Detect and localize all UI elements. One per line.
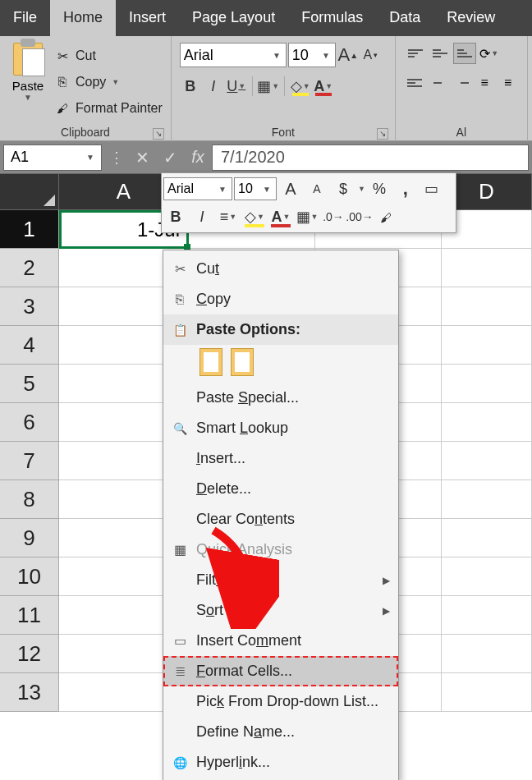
ctx-copy[interactable]: Copy <box>163 284 398 314</box>
chevron-down-icon[interactable]: ▼ <box>303 82 310 90</box>
ctx-clear-contents[interactable]: Clear Contents <box>163 504 398 535</box>
tab-insert[interactable]: Insert <box>116 0 179 36</box>
italic-button[interactable]: I <box>203 76 224 97</box>
shrink-font-button[interactable]: A▼ <box>360 44 382 66</box>
chevron-down-icon[interactable]: ▼ <box>272 82 279 90</box>
mini-merge[interactable]: ▭ <box>420 177 444 200</box>
tab-data[interactable]: Data <box>376 0 433 36</box>
row-header-11[interactable]: 11 <box>0 596 59 635</box>
row-header-4[interactable]: 4 <box>0 326 59 365</box>
decrease-indent-button[interactable]: ≡ <box>474 72 495 94</box>
font-color-button[interactable]: A▼ <box>313 76 334 97</box>
font-size-combo[interactable]: 10▼ <box>288 43 336 67</box>
ctx-pick-list[interactable]: Pick From Drop-down List... <box>163 686 398 717</box>
row-header-10[interactable]: 10 <box>0 557 59 596</box>
chevron-down-icon[interactable]: ▼ <box>217 185 228 194</box>
mini-bold[interactable]: B <box>163 205 188 228</box>
ctx-insert-comment[interactable]: Insert Comment <box>163 626 398 656</box>
mini-align[interactable]: ≡▼ <box>216 205 241 228</box>
row-header-13[interactable]: 13 <box>0 673 59 712</box>
row-header-5[interactable]: 5 <box>0 365 59 403</box>
mini-font-color[interactable]: A▼ <box>268 205 293 228</box>
cell[interactable] <box>442 635 532 673</box>
ctx-smart-lookup[interactable]: Smart Lookup <box>163 413 398 443</box>
chevron-down-icon[interactable]: ▼ <box>325 82 332 90</box>
font-name-combo[interactable]: Arial▼ <box>180 43 287 67</box>
cell[interactable] <box>442 365 532 403</box>
ctx-hyperlink[interactable]: Hyperlink... <box>163 747 398 778</box>
fx-button[interactable]: fx <box>184 148 212 167</box>
cell[interactable] <box>442 403 532 442</box>
mini-decrease-decimal[interactable]: .00→ <box>347 205 372 228</box>
dialog-launcher-icon[interactable]: ↘ <box>377 128 388 140</box>
fill-color-button[interactable]: ◇▼ <box>290 76 311 97</box>
tab-home[interactable]: Home <box>50 0 116 36</box>
ctx-format-cells[interactable]: Format Cells... <box>163 656 398 686</box>
mini-grow-font[interactable]: A <box>278 177 303 200</box>
cell[interactable] <box>442 326 532 365</box>
mini-currency[interactable]: $ <box>331 177 355 200</box>
align-bottom-button[interactable] <box>453 43 476 64</box>
handle-icon[interactable]: ⋮ <box>105 149 128 167</box>
align-middle-button[interactable] <box>429 43 452 64</box>
orientation-button[interactable]: ⟳▼ <box>478 43 501 64</box>
align-top-button[interactable] <box>404 43 427 64</box>
ctx-delete[interactable]: Delete... <box>163 474 398 504</box>
ctx-sort[interactable]: Sort▶ <box>163 595 398 626</box>
enter-formula-button[interactable]: ✓ <box>156 148 184 167</box>
paste-option-1[interactable] <box>200 348 222 376</box>
mini-percent[interactable]: % <box>367 177 392 200</box>
cell[interactable] <box>442 519 532 557</box>
mini-size-combo[interactable]: 10▼ <box>234 177 277 200</box>
chevron-down-icon[interactable]: ▼ <box>86 153 94 162</box>
cell[interactable] <box>442 557 532 596</box>
ctx-insert[interactable]: Insert... <box>163 443 398 474</box>
cell[interactable] <box>442 442 532 480</box>
mini-fill-color[interactable]: ◇▼ <box>242 205 267 228</box>
underline-button[interactable]: U▼ <box>226 76 247 97</box>
tab-page-layout[interactable]: Page Layout <box>179 0 288 36</box>
chevron-down-icon[interactable]: ▼ <box>271 51 282 60</box>
cell[interactable] <box>442 673 532 712</box>
cut-button[interactable]: Cut <box>54 44 163 67</box>
format-painter-button[interactable]: Format Painter <box>54 97 163 120</box>
paste-button[interactable]: Paste ▼ <box>5 39 51 123</box>
row-header-8[interactable]: 8 <box>0 480 59 519</box>
copy-button[interactable]: Copy▼ <box>54 71 163 94</box>
chevron-down-icon[interactable]: ▼ <box>112 78 119 86</box>
align-center-button[interactable] <box>427 72 448 94</box>
row-header-3[interactable]: 3 <box>0 287 59 326</box>
formula-input[interactable]: 7/1/2020 <box>212 145 529 171</box>
dialog-launcher-icon[interactable]: ↘ <box>153 128 164 140</box>
borders-button[interactable]: ▦▼ <box>258 76 279 97</box>
select-all-corner[interactable] <box>0 174 59 210</box>
grow-font-button[interactable]: A▲ <box>337 44 359 66</box>
chevron-down-icon[interactable]: ▼ <box>24 93 32 102</box>
chevron-down-icon[interactable]: ▼ <box>238 82 245 90</box>
ctx-define-name[interactable]: Define Name... <box>163 717 398 747</box>
mini-format-painter[interactable] <box>374 205 398 228</box>
ctx-filter[interactable]: Filter▶ <box>163 565 398 595</box>
paste-option-2[interactable] <box>231 348 254 376</box>
chevron-down-icon[interactable]: ▼ <box>261 185 273 194</box>
tab-formulas[interactable]: Formulas <box>288 0 376 36</box>
mini-comma[interactable]: , <box>393 177 418 200</box>
mini-font-combo[interactable]: Arial▼ <box>163 177 232 200</box>
row-header-2[interactable]: 2 <box>0 249 59 287</box>
cell[interactable] <box>442 249 532 287</box>
cell[interactable] <box>442 287 532 326</box>
tab-file[interactable]: File <box>0 0 50 36</box>
tab-review[interactable]: Review <box>433 0 508 36</box>
increase-indent-button[interactable]: ≡ <box>497 72 518 94</box>
mini-increase-decimal[interactable]: .0→ <box>321 205 346 228</box>
row-header-12[interactable]: 12 <box>0 635 59 673</box>
ctx-paste-special[interactable]: Paste Special... <box>163 383 398 413</box>
mini-italic[interactable]: I <box>190 205 214 228</box>
bold-button[interactable]: B <box>180 76 201 97</box>
cell[interactable] <box>442 480 532 519</box>
align-right-button[interactable] <box>451 72 472 94</box>
mini-borders[interactable]: ▦▼ <box>295 205 319 228</box>
row-header-7[interactable]: 7 <box>0 442 59 480</box>
name-box[interactable]: A1▼ <box>3 145 102 171</box>
row-header-1[interactable]: 1 <box>0 210 59 249</box>
